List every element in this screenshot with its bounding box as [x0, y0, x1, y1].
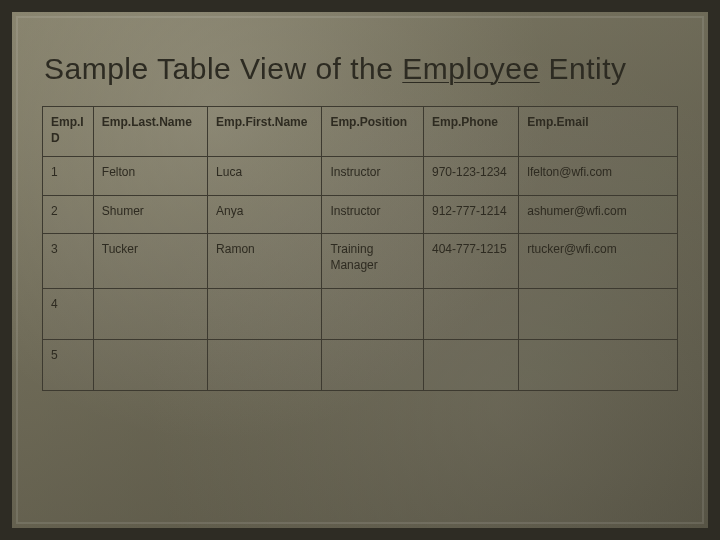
- cell-firstname: Luca: [208, 157, 322, 196]
- slide-title: Sample Table View of the Employee Entity: [44, 52, 678, 86]
- cell-lastname: Tucker: [93, 234, 207, 288]
- cell-lastname: [93, 288, 207, 339]
- cell-id: 4: [43, 288, 94, 339]
- cell-email: [519, 288, 678, 339]
- cell-lastname: [93, 339, 207, 390]
- col-header-id: Emp.ID: [43, 107, 94, 157]
- table-row: 4: [43, 288, 678, 339]
- cell-id: 3: [43, 234, 94, 288]
- col-header-position: Emp.Position: [322, 107, 424, 157]
- col-header-lastname: Emp.Last.Name: [93, 107, 207, 157]
- employee-table: Emp.ID Emp.Last.Name Emp.First.Name Emp.…: [42, 106, 678, 391]
- cell-firstname: Ramon: [208, 234, 322, 288]
- cell-email: [519, 339, 678, 390]
- cell-position: [322, 339, 424, 390]
- col-header-email: Emp.Email: [519, 107, 678, 157]
- cell-firstname: [208, 288, 322, 339]
- cell-phone: 970-123-1234: [423, 157, 518, 196]
- col-header-firstname: Emp.First.Name: [208, 107, 322, 157]
- cell-email: ashumer@wfi.com: [519, 195, 678, 234]
- cell-email: lfelton@wfi.com: [519, 157, 678, 196]
- table-row: 1 Felton Luca Instructor 970-123-1234 lf…: [43, 157, 678, 196]
- cell-position: Training Manager: [322, 234, 424, 288]
- table-row: 5: [43, 339, 678, 390]
- cell-id: 5: [43, 339, 94, 390]
- cell-lastname: Felton: [93, 157, 207, 196]
- title-text-underlined: Employee: [402, 52, 539, 85]
- cell-position: [322, 288, 424, 339]
- cell-id: 2: [43, 195, 94, 234]
- cell-firstname: Anya: [208, 195, 322, 234]
- table-body: 1 Felton Luca Instructor 970-123-1234 lf…: [43, 157, 678, 390]
- cell-email: rtucker@wfi.com: [519, 234, 678, 288]
- cell-position: Instructor: [322, 195, 424, 234]
- cell-phone: 404-777-1215: [423, 234, 518, 288]
- table-header: Emp.ID Emp.Last.Name Emp.First.Name Emp.…: [43, 107, 678, 157]
- table-row: 3 Tucker Ramon Training Manager 404-777-…: [43, 234, 678, 288]
- cell-phone: 912-777-1214: [423, 195, 518, 234]
- cell-firstname: [208, 339, 322, 390]
- cell-phone: [423, 339, 518, 390]
- title-text-pre: Sample Table View of the: [44, 52, 402, 85]
- title-text-post: Entity: [540, 52, 627, 85]
- table-header-row: Emp.ID Emp.Last.Name Emp.First.Name Emp.…: [43, 107, 678, 157]
- slide-frame: Sample Table View of the Employee Entity…: [0, 0, 720, 540]
- cell-id: 1: [43, 157, 94, 196]
- table-row: 2 Shumer Anya Instructor 912-777-1214 as…: [43, 195, 678, 234]
- cell-phone: [423, 288, 518, 339]
- cell-position: Instructor: [322, 157, 424, 196]
- col-header-phone: Emp.Phone: [423, 107, 518, 157]
- cell-lastname: Shumer: [93, 195, 207, 234]
